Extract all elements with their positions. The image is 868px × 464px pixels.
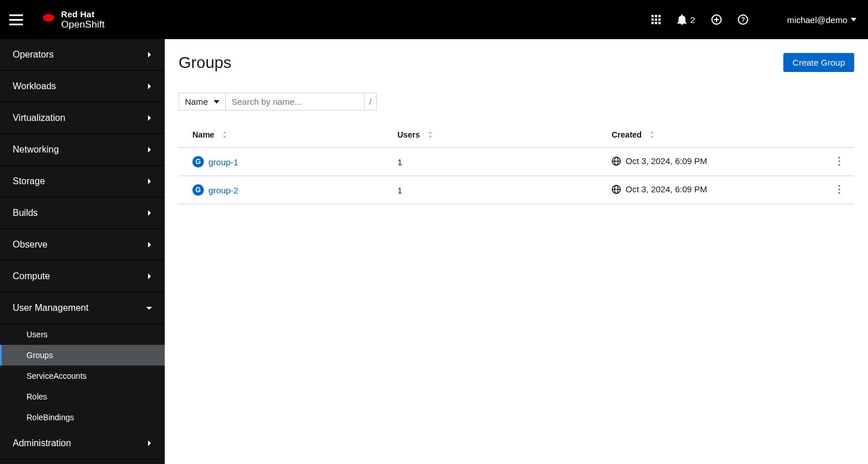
svg-point-19: [838, 163, 840, 165]
svg-text:?: ?: [741, 16, 745, 23]
group-link[interactable]: group-1: [209, 157, 238, 167]
created-timestamp: Oct 3, 2024, 6:09 PM: [626, 184, 707, 194]
svg-point-24: [838, 188, 840, 190]
groups-table: Name Users: [179, 122, 854, 204]
svg-rect-8: [658, 22, 661, 24]
svg-point-23: [838, 185, 840, 187]
sidebar-nav: OperatorsWorkloadsVirtualizationNetworki…: [0, 39, 165, 464]
notification-count: 2: [690, 15, 695, 25]
row-actions-kebab[interactable]: [838, 186, 840, 196]
svg-rect-5: [658, 18, 661, 21]
plus-circle-icon: [711, 14, 722, 25]
search-shortcut-hint: /: [364, 93, 376, 110]
brand-top: Red Hat: [61, 10, 105, 18]
group-resource-badge: G: [192, 184, 204, 196]
sidebar-subitem-rolebindings[interactable]: RoleBindings: [0, 407, 165, 428]
table-row: Ggroup-21Oct 3, 2024, 6:09 PM: [179, 176, 854, 204]
sidebar-item-storage[interactable]: Storage: [0, 166, 165, 197]
svg-rect-7: [655, 22, 657, 24]
redhat-fedora-icon: [39, 13, 56, 26]
import-add-button[interactable]: [711, 14, 722, 25]
svg-rect-6: [651, 22, 654, 24]
svg-rect-2: [658, 15, 661, 17]
sidebar-item-label: Networking: [13, 144, 59, 155]
svg-point-17: [838, 157, 840, 158]
sidebar-item-label: User Management: [13, 303, 89, 313]
globe-icon: [612, 157, 621, 166]
chevron-right-icon: [146, 242, 152, 248]
sidebar-item-compute[interactable]: Compute: [0, 261, 165, 292]
sidebar-item-user-management[interactable]: User Management: [0, 292, 165, 324]
sort-icon: [428, 131, 433, 138]
svg-rect-11: [714, 19, 719, 20]
sidebar-item-operators[interactable]: Operators: [0, 39, 165, 71]
filter-toolbar: Name /: [179, 93, 854, 111]
app-launcher-icon[interactable]: [651, 14, 661, 25]
chevron-down-icon: [146, 305, 152, 311]
svg-rect-3: [651, 18, 654, 21]
column-header-name[interactable]: Name: [179, 122, 384, 148]
user-menu[interactable]: michael@demo: [787, 15, 856, 25]
bell-icon: [677, 14, 687, 25]
column-header-users[interactable]: Users: [384, 122, 598, 148]
brand-text: Red Hat OpenShift: [61, 10, 105, 29]
sidebar-subitem-users[interactable]: Users: [0, 324, 165, 345]
search-input[interactable]: [226, 93, 364, 110]
brand-logo[interactable]: Red Hat OpenShift: [39, 10, 105, 29]
caret-down-icon: [851, 18, 856, 21]
kebab-icon: [838, 185, 840, 194]
header-tools: 2 ? michael@demo: [651, 14, 856, 25]
chevron-right-icon: [146, 52, 152, 58]
chevron-right-icon: [146, 273, 152, 279]
sidebar-item-administration[interactable]: Administration: [0, 428, 165, 459]
sidebar-subitem-serviceaccounts[interactable]: ServiceAccounts: [0, 366, 165, 386]
masthead: Red Hat OpenShift 2 ? michael@demo: [0, 0, 868, 39]
sidebar-item-label: Virtualization: [13, 113, 65, 123]
main-content: Groups Create Group Name / Name: [165, 39, 868, 464]
sidebar-item-observe[interactable]: Observe: [0, 229, 165, 261]
help-button[interactable]: ?: [738, 14, 748, 25]
sidebar-item-label: Storage: [13, 176, 45, 187]
question-circle-icon: ?: [738, 14, 748, 25]
caret-down-icon: [214, 100, 219, 104]
svg-rect-0: [651, 15, 654, 17]
sidebar-item-workloads[interactable]: Workloads: [0, 71, 165, 102]
sidebar-item-label: Administration: [13, 438, 71, 448]
svg-rect-1: [655, 15, 657, 17]
chevron-right-icon: [146, 210, 152, 216]
group-link[interactable]: group-2: [209, 185, 238, 195]
sidebar-item-label: Observe: [13, 239, 47, 250]
notifications-button[interactable]: 2: [677, 14, 695, 25]
nav-toggle-button[interactable]: [9, 13, 23, 26]
sort-icon: [222, 131, 227, 138]
globe-icon: [612, 185, 621, 194]
sidebar-item-virtualization[interactable]: Virtualization: [0, 102, 165, 134]
user-name: michael@demo: [787, 15, 847, 25]
chevron-right-icon: [146, 178, 152, 184]
table-row: Ggroup-11Oct 3, 2024, 6:09 PM: [179, 148, 854, 176]
filter-group: Name /: [179, 93, 377, 111]
sidebar-subnav: UsersGroupsServiceAccountsRolesRoleBindi…: [0, 324, 165, 428]
sidebar-item-label: Workloads: [13, 81, 56, 92]
sidebar-item-label: Compute: [13, 271, 50, 282]
svg-rect-4: [655, 18, 657, 21]
page-header: Groups Create Group: [179, 53, 854, 72]
created-timestamp: Oct 3, 2024, 6:09 PM: [626, 156, 707, 166]
svg-point-18: [838, 160, 840, 162]
sidebar-subitem-groups[interactable]: Groups: [0, 345, 165, 366]
page-title: Groups: [179, 54, 232, 72]
chevron-right-icon: [146, 115, 152, 121]
create-group-button[interactable]: Create Group: [783, 53, 854, 72]
chevron-right-icon: [146, 147, 152, 153]
row-actions-kebab[interactable]: [838, 158, 840, 168]
sidebar-subitem-roles[interactable]: Roles: [0, 386, 165, 407]
column-header-created[interactable]: Created: [598, 122, 824, 148]
sidebar-item-networking[interactable]: Networking: [0, 134, 165, 166]
chevron-right-icon: [146, 440, 152, 446]
brand-bottom: OpenShift: [61, 20, 105, 29]
sidebar-item-builds[interactable]: Builds: [0, 197, 165, 229]
kebab-icon: [838, 157, 840, 166]
filter-attribute-select[interactable]: Name: [179, 93, 226, 110]
group-resource-badge: G: [192, 156, 204, 168]
chevron-right-icon: [146, 83, 152, 89]
